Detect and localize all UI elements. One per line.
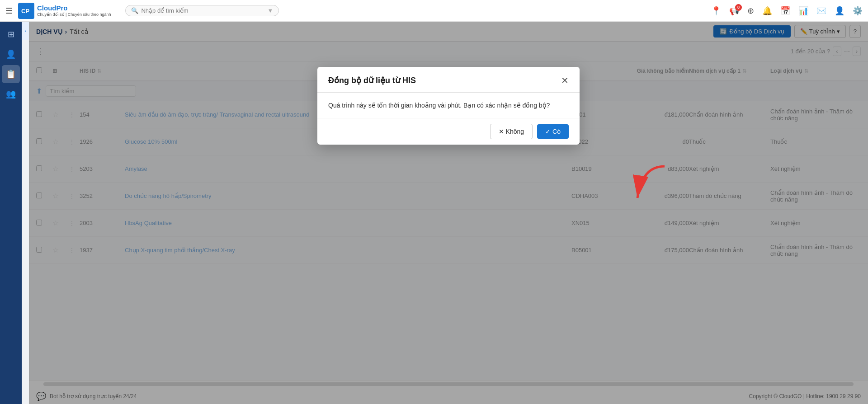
sidebar-expand-button[interactable]: › (22, 22, 29, 40)
modal-body: Quá trình này sẽ tốn thời gian khoảng và… (317, 93, 580, 118)
nav-icons: 📍 📢 8 ⊕ 🔔 📅 📊 ✉️ 👤 ⚙️ (711, 6, 863, 16)
calendar-icon[interactable]: 📅 (780, 6, 790, 16)
search-icon: 🔍 (131, 7, 138, 14)
inbox-icon[interactable]: ✉️ (816, 6, 826, 16)
search-input[interactable] (141, 7, 231, 14)
confirm-label: Có (552, 128, 561, 135)
logo-icon: CP (18, 3, 34, 19)
modal-body-text: Quá trình này sẽ tốn thời gian khoảng và… (328, 102, 550, 109)
notification-badge: 8 (735, 4, 742, 11)
cancel-x-icon: ✕ (499, 128, 504, 135)
sync-modal: Đồng bộ dữ liệu từ HIS ✕ Quá trình này s… (317, 67, 580, 145)
modal-overlay: Đồng bộ dữ liệu từ HIS ✕ Quá trình này s… (29, 22, 868, 404)
user-icon[interactable]: 👤 (835, 6, 844, 16)
modal-title: Đồng bộ dữ liệu từ HIS (328, 75, 416, 85)
search-input-wrapper[interactable]: 🔍 ▼ (125, 5, 279, 16)
modal-cancel-button[interactable]: ✕ Không (490, 124, 533, 139)
sidebar-item-services[interactable]: 📋 (2, 65, 20, 83)
modal-footer: ✕ Không ✓ Có (317, 118, 580, 145)
red-arrow-svg (633, 162, 669, 207)
cancel-label: Không (506, 128, 524, 135)
location-icon[interactable]: 📍 (711, 6, 721, 16)
chart-icon[interactable]: 📊 (798, 6, 808, 16)
red-arrow-container (633, 162, 669, 208)
modal-header: Đồng bộ dữ liệu từ HIS ✕ (317, 67, 580, 93)
sidebar-item-person[interactable]: 👤 (2, 45, 20, 63)
hamburger-icon[interactable]: ☰ (5, 6, 13, 16)
notification-icon[interactable]: 📢 8 (729, 6, 739, 16)
add-circle-icon[interactable]: ⊕ (747, 6, 754, 16)
logo-subtitle: Chuyển đổi số | Chuyên sâu theo ngành (37, 12, 111, 17)
top-navbar: ☰ CP CloudPro Chuyển đổi số | Chuyên sâu… (0, 0, 868, 22)
main-content: DỊCH VỤ › Tất cả 🔄 Đồng bộ DS Dịch vụ ✏️… (29, 22, 868, 404)
modal-confirm-button[interactable]: ✓ Có (537, 124, 569, 139)
logo: CP CloudPro Chuyển đổi số | Chuyên sâu t… (18, 3, 111, 19)
sidebar: ⊞ 👤 📋 👥 (0, 22, 22, 404)
svg-text:CP: CP (21, 8, 29, 14)
settings-icon[interactable]: ⚙️ (853, 6, 863, 16)
sidebar-item-users[interactable]: 👥 (2, 85, 20, 103)
dropdown-icon: ▼ (268, 7, 274, 14)
confirm-check-icon: ✓ (545, 128, 551, 135)
modal-close-button[interactable]: ✕ (561, 75, 569, 86)
logo-title: CloudPro (37, 5, 111, 12)
sidebar-item-dashboard[interactable]: ⊞ (2, 25, 20, 43)
bell-icon[interactable]: 🔔 (762, 6, 772, 16)
layout: ⊞ 👤 📋 👥 › DỊCH VỤ › Tất cả 🔄 Đồng bộ DS … (0, 22, 868, 404)
search-bar[interactable]: 🔍 ▼ (125, 5, 279, 16)
